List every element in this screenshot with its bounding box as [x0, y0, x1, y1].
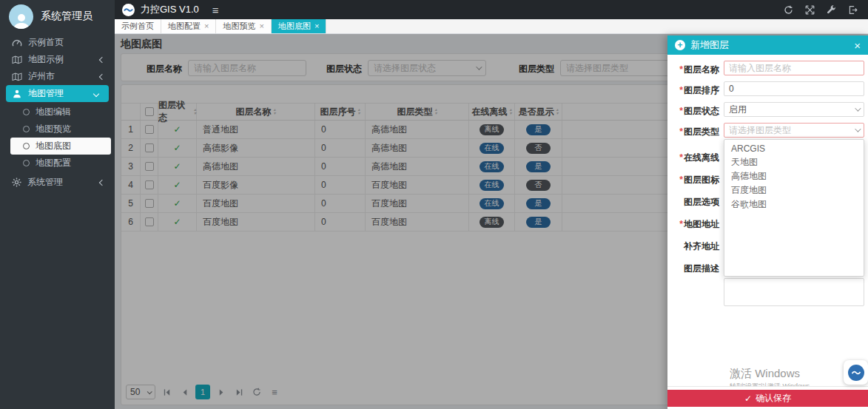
close-icon[interactable]: × — [854, 40, 861, 51]
tab-map-config[interactable]: 地图配置 × — [161, 19, 216, 33]
tab-map-basemap[interactable]: 地图底图 × — [272, 19, 326, 33]
field-layer-name: 图层名称 — [667, 61, 868, 75]
add-layer-modal: + 新增图层 × 图层名称 图层排序 图层状态 启用 图层类型 请选择图层类型 — [667, 36, 868, 409]
user-name: 系统管理员 — [41, 10, 92, 23]
dropdown-option-baidu[interactable]: 百度地图 — [724, 183, 864, 197]
layer-name-input[interactable] — [724, 61, 864, 75]
floating-widget-icon — [848, 365, 864, 381]
logout-icon[interactable] — [848, 5, 858, 15]
field-label: 地图地址 — [672, 218, 719, 231]
sidebar-item-luzhou[interactable]: 泸州市 — [0, 68, 115, 85]
layer-description-textarea[interactable] — [724, 278, 864, 306]
tab-label: 地图底图 — [278, 21, 311, 32]
field-label: 在线离线 — [672, 152, 719, 164]
tab-label: 地图配置 — [168, 21, 201, 32]
sidebar-item-system-management[interactable]: 系统管理 — [0, 174, 115, 191]
chevron-left-icon — [99, 179, 105, 185]
topbar-actions — [784, 5, 858, 15]
confirm-save-button[interactable]: ✓ 确认保存 — [667, 390, 868, 407]
sidebar-item-map-edit[interactable]: 地图编辑 — [0, 104, 115, 121]
sidebar-item-label: 示例首页 — [28, 36, 64, 49]
layer-type-dropdown: ARCGIS 天地图 高德地图 百度地图 谷歌地图 — [724, 139, 864, 277]
user-map-icon — [12, 89, 22, 98]
circle-icon — [23, 126, 30, 132]
close-icon[interactable]: × — [259, 22, 263, 30]
chevron-down-icon — [93, 90, 99, 96]
check-icon: ✓ — [744, 393, 752, 404]
field-label: 图层类型 — [672, 126, 719, 138]
sidebar-item-label: 地图配置 — [36, 157, 71, 169]
modal-title: 新增图层 — [690, 38, 729, 52]
sidebar-item-label: 地图底图 — [36, 140, 71, 152]
save-button-label: 确认保存 — [756, 392, 791, 405]
tab-label: 示例首页 — [121, 21, 154, 32]
modal-footer: ✓ 确认保存 — [667, 386, 868, 409]
dropdown-option-gaode[interactable]: 高德地图 — [724, 169, 864, 183]
sidebar-item-home[interactable]: 示例首页 — [0, 34, 115, 51]
map-icon — [12, 72, 22, 81]
field-label: 图层排序 — [672, 84, 719, 97]
sidebar-item-map-demo[interactable]: 地图示例 — [0, 51, 115, 68]
select-placeholder: 请选择图层类型 — [729, 124, 791, 137]
fullscreen-icon[interactable] — [805, 5, 815, 15]
dropdown-option-tianditu[interactable]: 天地图 — [724, 155, 864, 169]
field-label: 补齐地址 — [672, 240, 719, 253]
sidebar: 系统管理员 示例首页 地图示例 泸州市 地图管理 地图编辑 地图预览 — [0, 0, 115, 409]
wrench-icon[interactable] — [827, 5, 836, 15]
floating-widget-button[interactable] — [844, 360, 868, 385]
chevron-down-icon — [855, 126, 861, 132]
tab-bar: 示例首页 地图配置 × 地图预览 × 地图底图 × — [115, 19, 868, 34]
field-label: 图层状态 — [672, 105, 719, 118]
tab-map-preview[interactable]: 地图预览 × — [216, 19, 271, 33]
gear-icon — [12, 178, 21, 187]
sidebar-item-map-config[interactable]: 地图配置 — [0, 155, 115, 172]
app-logo — [122, 4, 135, 16]
dashboard-icon — [12, 38, 22, 47]
chevron-down-icon — [855, 105, 861, 111]
sidebar-item-map-basemap[interactable]: 地图底图 — [10, 138, 111, 155]
close-icon[interactable]: × — [314, 22, 319, 30]
layer-status-select[interactable]: 启用 — [724, 102, 864, 117]
modal-header: + 新增图层 × — [667, 36, 868, 55]
dropdown-option-arcgis[interactable]: ARCGIS — [724, 141, 864, 155]
app-title: 力控GIS V1.0 — [141, 3, 199, 16]
field-label: 图层名称 — [672, 64, 719, 76]
chevron-left-icon — [99, 56, 105, 62]
layer-type-select[interactable]: 请选择图层类型 — [724, 123, 864, 138]
user-panel: 系统管理员 — [0, 0, 115, 33]
sidebar-item-label: 泸州市 — [28, 70, 55, 83]
circle-icon — [23, 143, 30, 149]
field-layer-type: 图层类型 请选择图层类型 — [667, 123, 868, 138]
sidebar-item-label: 地图编辑 — [36, 106, 71, 118]
dropdown-option-google[interactable]: 谷歌地图 — [724, 197, 864, 212]
field-layer-order: 图层排序 — [667, 81, 868, 96]
top-bar: 力控GIS V1.0 ≡ — [115, 0, 868, 19]
field-layer-status: 图层状态 启用 — [667, 102, 868, 117]
tab-label: 地图预览 — [223, 21, 255, 32]
app-window: 系统管理员 示例首页 地图示例 泸州市 地图管理 地图编辑 地图预览 — [0, 0, 868, 409]
sidebar-item-label: 地图示例 — [28, 53, 64, 66]
tab-home[interactable]: 示例首页 — [115, 19, 161, 33]
circle-icon — [23, 109, 30, 115]
add-icon: + — [675, 40, 685, 50]
field-label: 图层图标 — [672, 174, 719, 186]
avatar — [9, 4, 33, 29]
refresh-icon[interactable] — [784, 5, 793, 15]
sidebar-item-map-preview[interactable]: 地图预览 — [0, 121, 115, 138]
chevron-left-icon — [99, 73, 105, 79]
select-value: 启用 — [729, 104, 747, 116]
close-icon[interactable]: × — [204, 22, 209, 30]
windows-watermark-line1: 激活 Windows — [730, 367, 800, 381]
circle-icon — [23, 160, 30, 166]
sidebar-item-label: 地图预览 — [36, 123, 71, 135]
sidebar-item-label: 地图管理 — [28, 87, 64, 100]
sidebar-item-map-management[interactable]: 地图管理 — [6, 85, 109, 102]
map-icon — [12, 55, 22, 64]
layer-order-input[interactable] — [724, 81, 864, 96]
hamburger-menu-icon[interactable]: ≡ — [212, 4, 219, 16]
field-label: 图层选项 — [672, 196, 719, 209]
sidebar-item-label: 系统管理 — [27, 176, 63, 189]
field-label: 图层描述 — [672, 263, 719, 275]
